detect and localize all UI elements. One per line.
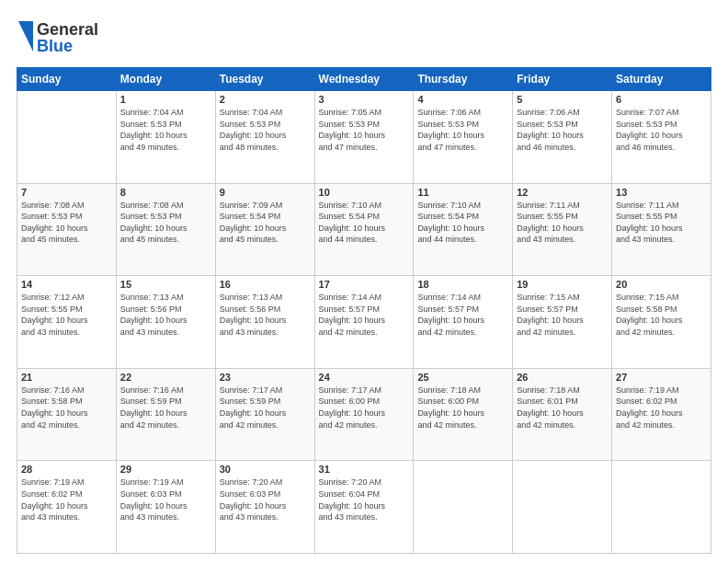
day-info: Sunrise: 7:19 AM Sunset: 6:02 PM Dayligh… <box>21 477 112 523</box>
calendar-cell: 27Sunrise: 7:19 AM Sunset: 6:02 PM Dayli… <box>612 368 711 461</box>
day-number: 23 <box>220 372 311 383</box>
day-number: 6 <box>616 94 707 105</box>
calendar-cell: 10Sunrise: 7:10 AM Sunset: 5:54 PM Dayli… <box>314 183 414 276</box>
calendar-cell: 12Sunrise: 7:11 AM Sunset: 5:55 PM Dayli… <box>513 183 612 276</box>
day-number: 12 <box>517 187 608 198</box>
calendar-cell: 11Sunrise: 7:10 AM Sunset: 5:54 PM Dayli… <box>414 183 513 276</box>
day-info: Sunrise: 7:13 AM Sunset: 5:56 PM Dayligh… <box>120 292 211 338</box>
calendar-cell: 9Sunrise: 7:09 AM Sunset: 5:54 PM Daylig… <box>215 183 314 276</box>
day-number: 11 <box>417 187 508 198</box>
calendar-cell: 14Sunrise: 7:12 AM Sunset: 5:55 PM Dayli… <box>17 276 117 369</box>
calendar-row-0: 1Sunrise: 7:04 AM Sunset: 5:53 PM Daylig… <box>17 91 711 184</box>
day-info: Sunrise: 7:11 AM Sunset: 5:55 PM Dayligh… <box>616 200 707 246</box>
day-info: Sunrise: 7:06 AM Sunset: 5:53 PM Dayligh… <box>417 107 508 153</box>
calendar-cell: 20Sunrise: 7:15 AM Sunset: 5:58 PM Dayli… <box>612 276 711 369</box>
calendar-cell <box>17 91 117 184</box>
day-info: Sunrise: 7:18 AM Sunset: 6:01 PM Dayligh… <box>517 385 608 431</box>
weekday-header-wednesday: Wednesday <box>314 68 414 91</box>
day-info: Sunrise: 7:20 AM Sunset: 6:04 PM Dayligh… <box>319 477 410 523</box>
day-number: 13 <box>616 187 707 198</box>
day-number: 16 <box>220 279 311 290</box>
day-number: 28 <box>21 464 112 475</box>
day-info: Sunrise: 7:04 AM Sunset: 5:53 PM Dayligh… <box>220 107 311 153</box>
calendar-cell: 6Sunrise: 7:07 AM Sunset: 5:53 PM Daylig… <box>612 91 711 184</box>
day-info: Sunrise: 7:15 AM Sunset: 5:58 PM Dayligh… <box>616 292 707 338</box>
day-info: Sunrise: 7:20 AM Sunset: 6:03 PM Dayligh… <box>220 477 311 523</box>
day-number: 22 <box>120 372 211 383</box>
day-number: 8 <box>120 187 211 198</box>
page: GeneralBlue SundayMondayTuesdayWednesday… <box>0 0 728 563</box>
calendar-row-4: 28Sunrise: 7:19 AM Sunset: 6:02 PM Dayli… <box>17 461 711 554</box>
day-info: Sunrise: 7:11 AM Sunset: 5:55 PM Dayligh… <box>517 200 608 246</box>
day-info: Sunrise: 7:08 AM Sunset: 5:53 PM Dayligh… <box>21 200 112 246</box>
calendar-cell: 1Sunrise: 7:04 AM Sunset: 5:53 PM Daylig… <box>116 91 215 184</box>
day-number: 25 <box>417 372 508 383</box>
calendar-cell: 15Sunrise: 7:13 AM Sunset: 5:56 PM Dayli… <box>116 276 215 369</box>
day-number: 14 <box>21 279 112 290</box>
day-number: 4 <box>417 94 508 105</box>
calendar-cell: 26Sunrise: 7:18 AM Sunset: 6:01 PM Dayli… <box>513 368 612 461</box>
weekday-header-row: SundayMondayTuesdayWednesdayThursdayFrid… <box>17 68 711 91</box>
svg-marker-0 <box>18 21 33 52</box>
calendar-row-3: 21Sunrise: 7:16 AM Sunset: 5:58 PM Dayli… <box>17 368 711 461</box>
day-number: 18 <box>417 279 508 290</box>
calendar-table: SundayMondayTuesdayWednesdayThursdayFrid… <box>17 67 711 554</box>
day-number: 31 <box>319 464 410 475</box>
weekday-header-saturday: Saturday <box>612 68 711 91</box>
svg-text:Blue: Blue <box>37 37 73 55</box>
calendar-cell: 25Sunrise: 7:18 AM Sunset: 6:00 PM Dayli… <box>414 368 513 461</box>
day-number: 9 <box>220 187 311 198</box>
day-info: Sunrise: 7:16 AM Sunset: 5:59 PM Dayligh… <box>120 385 211 431</box>
weekday-header-monday: Monday <box>116 68 215 91</box>
day-number: 24 <box>319 372 410 383</box>
weekday-header-tuesday: Tuesday <box>215 68 314 91</box>
calendar-cell <box>612 461 711 554</box>
day-info: Sunrise: 7:08 AM Sunset: 5:53 PM Dayligh… <box>120 200 211 246</box>
day-info: Sunrise: 7:04 AM Sunset: 5:53 PM Dayligh… <box>120 107 211 153</box>
calendar-cell: 19Sunrise: 7:15 AM Sunset: 5:57 PM Dayli… <box>513 276 612 369</box>
day-info: Sunrise: 7:19 AM Sunset: 6:03 PM Dayligh… <box>120 477 211 523</box>
calendar-cell: 17Sunrise: 7:14 AM Sunset: 5:57 PM Dayli… <box>314 276 414 369</box>
day-info: Sunrise: 7:12 AM Sunset: 5:55 PM Dayligh… <box>21 292 112 338</box>
calendar-cell: 16Sunrise: 7:13 AM Sunset: 5:56 PM Dayli… <box>215 276 314 369</box>
day-number: 2 <box>220 94 311 105</box>
calendar-cell <box>513 461 612 554</box>
day-number: 15 <box>120 279 211 290</box>
calendar-row-1: 7Sunrise: 7:08 AM Sunset: 5:53 PM Daylig… <box>17 183 711 276</box>
weekday-header-sunday: Sunday <box>17 68 117 91</box>
day-info: Sunrise: 7:14 AM Sunset: 5:57 PM Dayligh… <box>417 292 508 338</box>
day-number: 7 <box>21 187 112 198</box>
weekday-header-friday: Friday <box>513 68 612 91</box>
day-number: 19 <box>517 279 608 290</box>
day-info: Sunrise: 7:13 AM Sunset: 5:56 PM Dayligh… <box>220 292 311 338</box>
day-info: Sunrise: 7:15 AM Sunset: 5:57 PM Dayligh… <box>517 292 608 338</box>
day-info: Sunrise: 7:06 AM Sunset: 5:53 PM Dayligh… <box>517 107 608 153</box>
day-number: 30 <box>220 464 311 475</box>
day-info: Sunrise: 7:14 AM Sunset: 5:57 PM Dayligh… <box>319 292 410 338</box>
day-info: Sunrise: 7:16 AM Sunset: 5:58 PM Dayligh… <box>21 385 112 431</box>
day-info: Sunrise: 7:10 AM Sunset: 5:54 PM Dayligh… <box>417 200 508 246</box>
day-info: Sunrise: 7:19 AM Sunset: 6:02 PM Dayligh… <box>616 385 707 431</box>
calendar-cell: 22Sunrise: 7:16 AM Sunset: 5:59 PM Dayli… <box>116 368 215 461</box>
day-number: 17 <box>319 279 410 290</box>
day-number: 26 <box>517 372 608 383</box>
calendar-cell: 2Sunrise: 7:04 AM Sunset: 5:53 PM Daylig… <box>215 91 314 184</box>
day-info: Sunrise: 7:10 AM Sunset: 5:54 PM Dayligh… <box>319 200 410 246</box>
day-info: Sunrise: 7:09 AM Sunset: 5:54 PM Dayligh… <box>220 200 311 246</box>
calendar-cell: 7Sunrise: 7:08 AM Sunset: 5:53 PM Daylig… <box>17 183 117 276</box>
calendar-cell: 30Sunrise: 7:20 AM Sunset: 6:03 PM Dayli… <box>215 461 314 554</box>
day-info: Sunrise: 7:07 AM Sunset: 5:53 PM Dayligh… <box>616 107 707 153</box>
day-info: Sunrise: 7:17 AM Sunset: 5:59 PM Dayligh… <box>220 385 311 431</box>
calendar-cell: 24Sunrise: 7:17 AM Sunset: 6:00 PM Dayli… <box>314 368 414 461</box>
calendar-row-2: 14Sunrise: 7:12 AM Sunset: 5:55 PM Dayli… <box>17 276 711 369</box>
day-number: 5 <box>517 94 608 105</box>
calendar-cell: 29Sunrise: 7:19 AM Sunset: 6:03 PM Dayli… <box>116 461 215 554</box>
calendar-cell: 4Sunrise: 7:06 AM Sunset: 5:53 PM Daylig… <box>414 91 513 184</box>
weekday-header-thursday: Thursday <box>414 68 513 91</box>
calendar-cell: 8Sunrise: 7:08 AM Sunset: 5:53 PM Daylig… <box>116 183 215 276</box>
logo: GeneralBlue <box>17 17 99 58</box>
logo-svg: GeneralBlue <box>17 17 99 58</box>
day-number: 1 <box>120 94 211 105</box>
day-number: 27 <box>616 372 707 383</box>
svg-text:General: General <box>37 20 98 39</box>
